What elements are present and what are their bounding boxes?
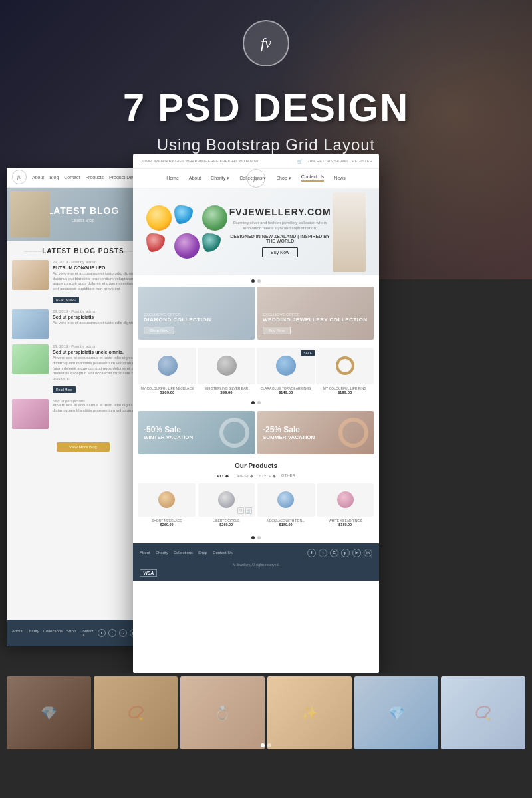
product-1-image [138, 348, 196, 384]
blog-bottom-nav: About Charity Collections Shop Contact U… [12, 629, 94, 637]
collection-diamond: EXCLUSIVE OFFER DIAMOND COLLECTION Shop … [138, 287, 255, 340]
blog-view-more-button[interactable]: View More Blog [57, 442, 110, 452]
blog-facebook-icon[interactable]: f [98, 629, 106, 637]
fashion-image-3: 💍 [180, 676, 265, 749]
main-bottom-collections[interactable]: Collections [174, 551, 193, 555]
main-bottom-about[interactable]: About [140, 551, 150, 555]
fashion-image-4: ✨ [267, 676, 352, 749]
dot-2[interactable] [257, 279, 261, 283]
blog-nav-logo: fv [12, 170, 27, 184]
main-bottom-charity[interactable]: Charity [156, 551, 168, 555]
diamond-shop-button[interactable]: Shop Now [144, 327, 174, 334]
hero-buy-button[interactable]: Buy Now [262, 247, 298, 257]
blog-nav-blog[interactable]: Blog [49, 175, 59, 180]
main-twitter-icon[interactable]: t [319, 549, 327, 557]
main-pinterest-icon[interactable]: p [341, 549, 350, 557]
blog-hero-necklace-image [10, 191, 50, 237]
hero-title: 7 PSD DESIGN [27, 86, 505, 129]
blog-post-1-read-more[interactable]: READ MORE [53, 297, 79, 303]
main-facebook-icon[interactable]: f [307, 549, 316, 557]
product-2-image [198, 348, 255, 384]
blog-post-2-text: Ad vero eos et accusamus et iusto odio d… [53, 321, 144, 326]
sale-banners: -50% Sale WINTER VACATION -25% Sale SUMM… [133, 408, 379, 457]
pdot-2[interactable] [257, 401, 261, 404]
wedding-title: WEDDING JEWELLERY COLLECTION [263, 317, 368, 323]
main-bottom-shop[interactable]: Shop [198, 551, 207, 555]
filter-other[interactable]: OTHER [281, 473, 295, 478]
op-gem-4 [337, 491, 354, 508]
opdot-2[interactable] [257, 536, 261, 539]
blog-bottom-charity[interactable]: Charity [27, 629, 39, 637]
op-item-3-price: $189.00 [257, 523, 315, 527]
op-gem-3 [277, 491, 294, 508]
product-4-ring [336, 356, 354, 375]
jewel-2 [174, 205, 193, 224]
blog-bottom-shop[interactable]: Shop [66, 629, 76, 637]
blog-twitter-icon[interactable]: t [108, 629, 116, 637]
product-3-label: SALE [301, 350, 315, 356]
blog-post-4-image [12, 399, 49, 429]
op-item-1-image [138, 483, 196, 517]
filter-style[interactable]: STYLE ◆ [259, 473, 276, 478]
pdot-1[interactable] [251, 401, 255, 404]
hero-origin-text: DESIGNED IN NEW ZEALAND | INSPIRED BY TH… [227, 234, 332, 243]
main-nav-news[interactable]: News [334, 176, 346, 180]
product-4-price: $199.00 [316, 390, 374, 394]
op-item-2: ♡ 🛒 LIBERTE CIRCLE $269.00 [198, 483, 255, 527]
op-item-4-image [317, 483, 374, 517]
main-linkedin-icon[interactable]: in [364, 549, 372, 557]
blog-bottom-contact[interactable]: Contact Us [80, 629, 94, 637]
op-item-4-price: $189.00 [317, 523, 374, 527]
product-3-price: $149.00 [257, 390, 315, 394]
blog-post-2-content: 23, 2019 · Post by admin Sed ut perspici… [53, 309, 144, 339]
op-item-2-cart[interactable]: 🛒 [245, 507, 252, 514]
collections-grid: EXCLUSIVE OFFER DIAMOND COLLECTION Shop … [133, 287, 379, 345]
blog-post-2-image [12, 309, 49, 339]
blog-nav-contact[interactable]: Contact [64, 175, 80, 180]
hero-subtitle: Using Bootstrap Grid Layout [27, 136, 505, 154]
main-nav-about[interactable]: About [189, 176, 201, 180]
dot-1[interactable] [251, 279, 255, 283]
filter-latest[interactable]: LATEST ◆ [234, 473, 253, 478]
main-copyright: fv Jewellery. All rights reserved. [140, 563, 372, 567]
fashion-item-1: 💎 [7, 676, 91, 749]
blog-hero-subtitle: Latest Blog [47, 218, 120, 223]
main-gplus-icon[interactable]: G [330, 549, 338, 557]
mockups-container: fv About Blog Contact Products Product D… [0, 168, 532, 673]
main-nav: Home About Charity ▾ fv Collections ▾ Sh… [133, 169, 379, 189]
wedding-buy-button[interactable]: Buy Now [263, 327, 291, 334]
products-strip: MY COLOURFUL LIFE NECKLACE $269.00 999 S… [133, 345, 379, 397]
product-4: MY COLOURFUL LIFE RING $199.00 [316, 348, 374, 394]
op-item-2-wishlist[interactable]: ♡ [237, 507, 244, 514]
jewel-6 [202, 233, 221, 252]
products-grid: SHORT NECKLACE $269.00 ♡ 🛒 LIBERTE CIRCL… [138, 483, 374, 527]
blog-bottom-collections[interactable]: Collections [43, 629, 63, 637]
blog-nav-about[interactable]: About [32, 175, 44, 180]
main-instagram-icon[interactable]: in [352, 549, 361, 557]
summer-sale-name: SUMMER VACATION [263, 434, 315, 440]
main-nav-shop[interactable]: Shop ▾ [276, 176, 291, 181]
opdot-1[interactable] [251, 536, 255, 539]
fashion-image-5: 💎 [354, 676, 439, 749]
blog-nav-products[interactable]: Products [85, 175, 104, 180]
blog-post-3-read-more[interactable]: Read More [53, 386, 76, 393]
summer-sale-pct: -25% Sale [263, 425, 315, 434]
main-nav-charity[interactable]: Charity ▾ [211, 176, 229, 181]
product-3-gem [276, 356, 296, 376]
main-nav-contact[interactable]: Contact Us [301, 174, 325, 182]
blog-gplus-icon[interactable]: G [119, 629, 127, 637]
main-nav-home[interactable]: Home [166, 176, 179, 180]
fsdot-1[interactable] [261, 743, 265, 747]
fashion-image-2: 📿 [94, 676, 178, 749]
main-bottom-contact[interactable]: Contact Us [213, 551, 233, 555]
our-products-title: Our Products [138, 462, 374, 469]
winter-sale-content: -50% Sale WINTER VACATION [144, 425, 193, 440]
winter-sale-banner: -50% Sale WINTER VACATION [138, 411, 255, 454]
blog-nav-items: About Blog Contact Products Product Deta… [32, 175, 141, 180]
blog-bottom-about[interactable]: About [12, 629, 23, 637]
summer-bracelet-decoration [338, 418, 368, 448]
fsdot-2[interactable] [267, 743, 271, 747]
filter-all[interactable]: ALL ◆ [217, 473, 229, 478]
main-hero: FVJEWELLERY.COM Stunning silver and fash… [133, 189, 379, 275]
summer-sale-banner: -25% Sale SUMMER VACATION [257, 411, 374, 454]
